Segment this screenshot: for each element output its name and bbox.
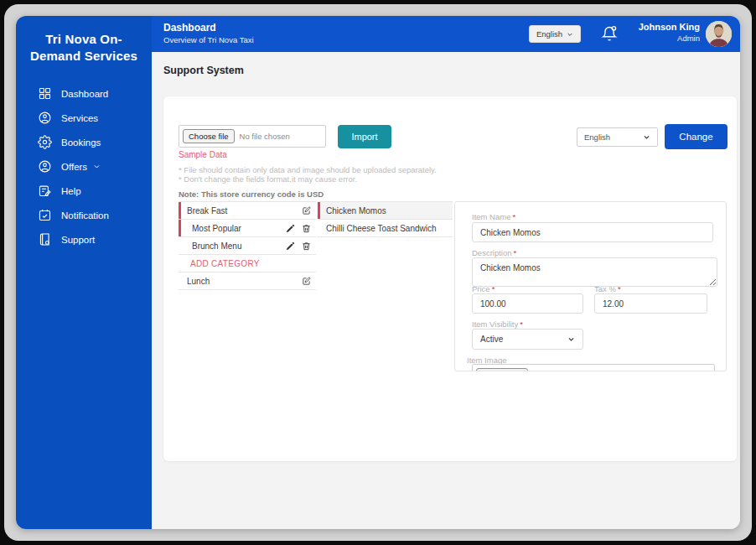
no-file-chosen-text: No file chosen [533,371,583,372]
sample-data-link[interactable]: Sample Data [179,150,227,159]
delete-trash-icon[interactable] [302,224,311,233]
language-select-value: English [584,132,610,142]
no-file-chosen-text: No file chosen [240,132,290,141]
user-name: Johnson King [639,22,700,32]
delete-trash-icon[interactable] [302,241,311,251]
screen-frame: Tri Nova On-Demand Services Dashboard Se… [0,0,756,545]
required-mark: * [520,319,523,329]
visibility-select[interactable]: Active [472,329,583,350]
sidebar: Tri Nova On-Demand Services Dashboard Se… [16,16,152,529]
bookings-icon [38,135,52,149]
sidebar-item-bookings[interactable]: Bookings [16,130,152,154]
required-mark: * [618,284,621,293]
description-textarea[interactable]: Chicken Momos [472,257,717,287]
import-file-input[interactable]: Choose file No file chosen [179,125,326,148]
sidebar-item-label: Offers [61,162,87,172]
sidebar-item-services[interactable]: Services [16,106,152,130]
item-label: Chilli Cheese Toast Sandwich [318,224,437,233]
sidebar-item-notification[interactable]: Notification [16,203,152,227]
sidebar-item-support[interactable]: Support [16,227,152,252]
topbar-language-select[interactable]: English [529,25,581,43]
page-subtitle: Overview of Tri Nova Taxi [163,35,254,44]
required-mark: * [512,212,515,221]
required-mark: * [492,284,495,293]
tax-label: Tax %* [594,284,621,293]
sidebar-nav: Dashboard Services Bookings Offers [16,81,152,252]
price-input[interactable] [472,293,583,314]
edit-note-icon[interactable] [302,277,311,286]
user-menu[interactable]: Johnson King Admin [639,22,700,43]
topbar-language-value: English [536,29,562,39]
sidebar-item-label: Dashboard [61,89,108,99]
offers-icon [38,159,52,174]
item-image-file-input[interactable]: Choose file No file chosen [472,364,715,371]
section-heading: Support System [163,65,244,76]
category-label: Lunch [179,277,210,286]
support-card: Choose file No file chosen Import Englis… [163,96,737,461]
currency-note: Note: This store currency code is USD [179,189,324,199]
price-label: Price* [472,284,495,293]
visibility-select-value: Active [480,335,503,344]
sidebar-item-label: Help [61,186,81,196]
add-category-button[interactable]: ADD CATEGORY [179,255,316,272]
chevron-down-icon [567,31,573,38]
dashboard-icon [38,86,52,101]
sidebar-item-label: Support [61,235,95,245]
category-row[interactable]: Lunch [179,272,316,290]
category-row[interactable]: Most Popular [179,220,316,237]
category-label: Break Fast [179,206,227,215]
app-window: Tri Nova On-Demand Services Dashboard Se… [16,16,740,529]
brand-title: Tri Nova On-Demand Services [28,31,140,65]
page-title: Dashboard [163,22,216,34]
category-row[interactable]: Brunch Menu [179,237,316,255]
sidebar-item-offers[interactable]: Offers [16,154,152,179]
choose-file-button[interactable]: Choose file [476,368,528,372]
support-icon [38,232,52,247]
note-line: * File should contain only data and imag… [179,165,437,174]
item-label: Chicken Momos [318,206,386,215]
notification-calendar-icon [38,208,52,222]
services-icon [38,111,52,125]
required-mark: * [514,248,517,257]
choose-file-button[interactable]: Choose file [183,129,235,143]
item-name-input[interactable] [472,222,713,242]
desktop-background: Tri Nova On-Demand Services Dashboard Se… [4,4,752,541]
change-button[interactable]: Change [665,124,728,149]
sidebar-item-label: Notification [61,210,109,221]
user-role: Admin [639,34,700,43]
notification-bell-icon[interactable] [601,25,618,42]
category-table: Break Fast Most Popular Brunch Menu [179,201,316,290]
item-name-label: Item Name* [472,212,515,221]
description-label: Description* [472,248,516,257]
edit-note-icon[interactable] [302,206,311,215]
category-row[interactable]: Break Fast [179,202,316,220]
note-line: * Don't change the fields format,it may … [179,174,357,184]
chevron-down-icon [643,133,650,141]
item-row[interactable]: Chicken Momos [318,202,453,220]
category-label: Most Popular [179,224,241,233]
edit-pencil-icon[interactable] [286,241,295,251]
help-icon [38,184,52,198]
topbar: Dashboard Overview of Tri Nova Taxi Engl… [152,16,740,52]
item-list: Chicken Momos Chilli Cheese Toast Sandwi… [318,201,453,237]
sidebar-item-label: Bookings [61,138,101,148]
visibility-label: Item Visibility* [472,319,523,329]
chevron-down-icon [93,163,101,170]
category-label: Brunch Menu [179,241,241,251]
sidebar-item-dashboard[interactable]: Dashboard [16,81,152,106]
item-row[interactable]: Chilli Cheese Toast Sandwich [318,220,453,237]
sidebar-item-help[interactable]: Help [16,179,152,203]
chevron-down-icon [567,335,575,343]
language-select[interactable]: English [577,127,658,147]
sidebar-item-label: Services [61,113,98,123]
main-content: Support System Choose file No file chose… [152,52,740,529]
import-button[interactable]: Import [338,125,391,148]
item-form: Item Name* Description* Chicken Momos Pr… [454,201,727,371]
edit-pencil-icon[interactable] [286,224,295,233]
avatar[interactable] [706,21,732,47]
tax-input[interactable] [594,293,707,314]
